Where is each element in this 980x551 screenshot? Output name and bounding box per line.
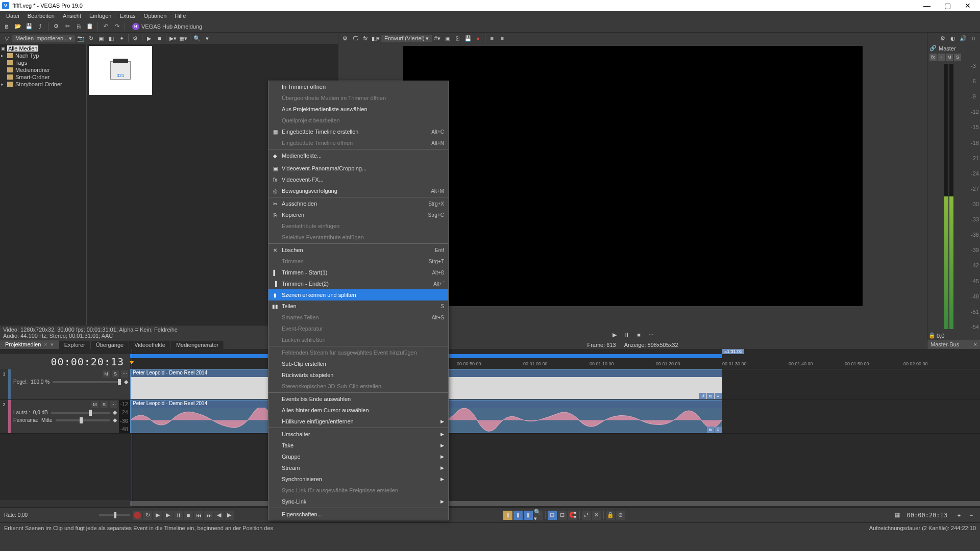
minimize-button[interactable]: — [917,0,937,11]
close-icon[interactable]: × [44,341,47,347]
replace-icon[interactable]: ◧ [107,34,116,43]
ctx-item[interactable]: ▣Videoevent-Panorama/Cropping... [268,163,448,174]
redo-icon[interactable]: ↷ [112,22,121,31]
ctx-item[interactable]: Gruppe▶ [268,451,448,462]
views-icon[interactable]: ▦▾ [179,34,188,43]
media-properties-icon[interactable]: ⚙ [131,34,140,43]
ctx-item[interactable]: ✕LöschenEntf [268,244,448,256]
magnet-button[interactable]: 🧲 [568,511,577,520]
ctx-item[interactable]: ▐Trimmen - Ende(2)Alt+´ [268,278,448,289]
close-button[interactable]: ✕ [958,0,978,11]
pv-meter2-icon[interactable]: ≡ [498,34,507,43]
view-toggle-icon[interactable]: ▦ [895,512,900,518]
menu-optionen[interactable]: Optionen [140,12,171,20]
ctx-item[interactable]: ▮Szenen erkennen und splitten [268,289,448,300]
remove-icon[interactable]: ▣ [96,34,106,43]
import-media-button[interactable]: Medien importieren...▾ [12,35,75,42]
zoom-out-icon[interactable]: − [967,511,976,520]
rate-slider[interactable] [99,514,130,516]
pv-grid-icon[interactable]: #▾ [433,34,442,43]
play-start-button[interactable]: ▶ [153,511,162,520]
tab-video-fx[interactable]: Videoeffekte [129,341,171,349]
tab-project-media[interactable]: Projektmedien×▾ [0,340,59,349]
pv-meter1-icon[interactable]: ≡ [487,34,497,43]
master-faders-icon[interactable]: ⎍ [969,34,978,43]
prev-frame-button[interactable]: ◀ [214,511,224,520]
ctx-item[interactable]: ✂AusschneidenStrg+X [268,198,448,209]
track-more-button[interactable]: ⋯ [110,401,117,408]
ctx-item[interactable]: ▦Eingebettete Timeline erstellenAlt+C [268,126,448,137]
event-menu-icon[interactable]: ≡ [715,393,722,399]
menu-einfuegen[interactable]: Einfügen [85,12,115,20]
play-button[interactable]: ▶ [610,330,619,339]
capture-icon[interactable]: 📷 [76,34,85,43]
get-media-icon[interactable]: ↻ [86,34,95,43]
search-dropdown-icon[interactable]: ▾ [203,34,212,43]
event-fx-icon[interactable]: fx [707,393,714,399]
play-button[interactable]: ▶ [163,511,173,520]
play-icon[interactable]: ▶ [144,34,154,43]
timeline-marker[interactable]: =1:31:01 [722,349,744,354]
pv-overlay-icon[interactable]: ▣ [443,34,452,43]
tool-zoom[interactable]: 🔍▾ [534,511,543,520]
track-more-button[interactable]: ⋯ [121,370,128,378]
ctx-item[interactable]: ▌Trimmen - Start(1)Alt+ß [268,267,448,278]
paste-icon[interactable]: 📋 [85,22,94,31]
media-thumbnail[interactable]: 321 [89,46,152,95]
stop-button[interactable]: ■ [184,511,193,520]
pv-settings-icon[interactable]: ⚙ [340,34,350,43]
master-insert-button[interactable]: ◦ [938,54,945,61]
ctx-item[interactable]: In Trimmer öffnen [268,81,448,92]
open-icon[interactable]: 📂 [13,22,22,31]
menu-extras[interactable]: Extras [115,12,139,20]
ctx-item[interactable]: Stream▶ [268,462,448,473]
event-loop-icon[interactable]: ↺ [699,393,706,399]
ctx-item[interactable]: Hüllkurve einfügen/entfernen▶ [268,416,448,427]
pv-fx-icon[interactable]: fx [361,34,370,43]
hub-label[interactable]: VEGAS Hub Abmeldung [141,23,202,30]
zoom-in-icon[interactable]: + [954,511,964,520]
menu-hilfe[interactable]: Hilfe [170,12,190,20]
ctx-item[interactable]: Rückwärts abspielen [268,369,448,381]
event-fx-icon[interactable]: fx [707,427,714,433]
timecode-bottom[interactable]: 00:00:20:13 [903,512,951,519]
pv-copy-icon[interactable]: ⎘ [453,34,462,43]
pv-split-icon[interactable]: ◧▾ [371,34,380,43]
ctx-item[interactable]: ▮▮TeilenS [268,300,448,312]
menu-bearbeiten[interactable]: Bearbeiten [23,12,59,20]
ctx-item[interactable]: Umschalter▶ [268,429,448,440]
cut-icon[interactable]: ✂ [63,22,72,31]
autosnap-button[interactable]: ⊡ [558,511,567,520]
ctx-item[interactable]: Events bis Ende auswählen [268,393,448,405]
ctx-item[interactable]: Sub-Clip erstellen [268,358,448,369]
save-icon[interactable]: 💾 [24,22,34,31]
lock-button[interactable]: 🔒 [606,511,615,520]
tab-master-bus[interactable]: Master-Bus× [927,340,980,349]
filter-icon[interactable]: ▽ [2,34,11,43]
link-icon[interactable]: 🔗 [929,45,937,52]
record-button[interactable] [133,511,142,520]
ctx-item[interactable]: ⎘KopierenStrg+C [268,209,448,220]
go-start-button[interactable]: ⏮ [194,511,203,520]
render-icon[interactable]: ⤴ [36,22,45,31]
tree-smart-folder[interactable]: Smart-Ordner [0,73,86,81]
pause-button[interactable]: ⏸ [622,330,631,339]
track-mute-button[interactable]: M [103,370,110,378]
menu-ansicht[interactable]: Ansicht [59,12,85,20]
tool-normal[interactable]: ▮ [503,511,512,520]
ctx-item[interactable]: ◎BewegungsverfolgungAlt+M [268,185,448,196]
pv-record-icon[interactable]: ● [474,34,483,43]
ctx-item[interactable]: ◆Medieneffekte... [268,150,448,161]
ctx-item[interactable]: Aus Projektmedienliste auswählen [268,104,448,115]
autocrossfade-button[interactable]: ✕ [592,511,601,520]
more-button[interactable]: ⋯ [647,330,656,339]
tab-transitions[interactable]: Übergänge [91,341,129,349]
tool-selection[interactable]: ▮ [524,511,533,520]
track-mute-button[interactable]: M [91,401,99,408]
tree-tags[interactable]: Tags [0,59,86,66]
pan-slider[interactable] [56,419,110,421]
volume-slider[interactable] [51,412,110,414]
tree-media-folder[interactable]: Medienordner [0,66,86,73]
menu-datei[interactable]: Datei [2,12,23,20]
lock-icon[interactable]: 🔒 [928,332,936,339]
